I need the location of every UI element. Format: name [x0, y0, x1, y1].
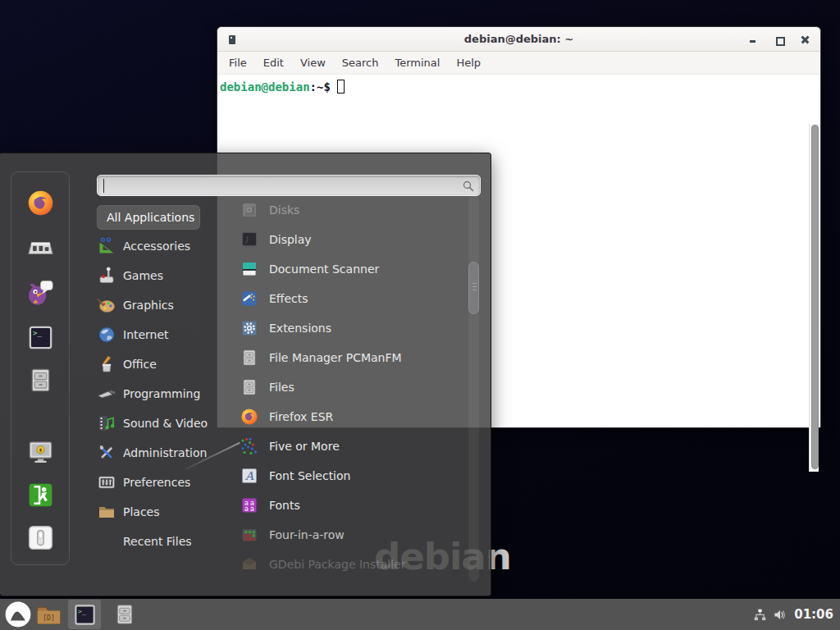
terminal-scrollbar[interactable]: [809, 124, 819, 472]
app-effects[interactable]: Effects: [240, 285, 456, 313]
app-gdebi-package-installer[interactable]: GDebi Package Installer: [240, 550, 456, 578]
search-input[interactable]: [97, 175, 481, 196]
category-places[interactable]: Places: [97, 498, 228, 526]
preferences-icon: [97, 472, 116, 492]
app-extensions[interactable]: Extensions: [240, 314, 456, 342]
svg-text:a: a: [250, 505, 254, 513]
firefox-icon[interactable]: [23, 185, 57, 220]
svg-text:a: a: [244, 505, 249, 513]
category-label: All Applications: [107, 211, 194, 224]
category-accessories[interactable]: Accessories: [97, 232, 228, 260]
maximize-icon[interactable]: [774, 34, 784, 45]
category-preferences[interactable]: Preferences: [97, 468, 228, 496]
app-font-selection[interactable]: A Font Selection: [240, 462, 456, 490]
app-firefox-esr[interactable]: Firefox ESR: [240, 403, 456, 431]
terminal-launcher-icon[interactable]: >_: [23, 320, 57, 354]
clock[interactable]: 01:06: [794, 607, 836, 622]
menu-search[interactable]: Search: [334, 52, 387, 74]
app-label: Files: [269, 381, 294, 394]
menu-terminal[interactable]: Terminal: [386, 52, 448, 74]
terminal-scrollbar-thumb[interactable]: [811, 125, 819, 469]
category-label: Administration: [123, 446, 207, 459]
app-label: Display: [269, 233, 312, 246]
app-four-in-a-row[interactable]: Four-in-a-row: [240, 521, 456, 549]
category-label: Office: [123, 358, 157, 371]
category-administration[interactable]: Administration: [97, 439, 228, 467]
audio-mixer-icon[interactable]: [23, 230, 57, 264]
app-list-scrollbar[interactable]: [468, 196, 479, 582]
app-label: Fonts: [269, 499, 300, 512]
app-disks[interactable]: Disks: [240, 196, 456, 224]
minimize-icon[interactable]: [747, 34, 758, 45]
menu-file[interactable]: File: [221, 52, 255, 74]
window-title: debian@debian: ~: [217, 27, 820, 52]
terminal-menubar: File Edit View Search Terminal Help: [217, 52, 820, 75]
app-label: Firefox ESR: [269, 410, 333, 423]
application-menu: >_ All Applications: [0, 153, 491, 596]
app-files[interactable]: Files: [240, 373, 456, 401]
category-label: Preferences: [123, 476, 190, 489]
app-file-manager-pcmanfm[interactable]: File Manager PCManFM: [240, 344, 456, 372]
network-icon[interactable]: [753, 608, 767, 622]
category-office[interactable]: Office: [97, 350, 228, 378]
favorites-sidebar: >_: [11, 171, 70, 565]
app-display[interactable]: Display: [240, 226, 456, 253]
menu-help[interactable]: Help: [448, 52, 489, 74]
category-sound-video[interactable]: Sound & Video: [97, 409, 228, 437]
category-label: Internet: [123, 328, 169, 341]
svg-text:A: A: [244, 469, 254, 482]
category-all-applications[interactable]: All Applications: [97, 205, 200, 230]
accessories-icon: [97, 236, 116, 256]
app-fonts[interactable]: aaaa Fonts: [240, 491, 456, 519]
file-cabinet-icon: [240, 348, 259, 368]
folder-icon: [D]: [35, 603, 62, 627]
document-scanner-icon: [240, 259, 259, 279]
distro-logo-icon: [4, 600, 32, 628]
prompt-suffix: :~$: [310, 80, 331, 94]
system-tray: 01:06: [753, 599, 836, 630]
volume-icon[interactable]: [773, 607, 788, 623]
terminal-app-icon: [229, 35, 235, 44]
shut-down-icon[interactable]: [23, 520, 57, 555]
pidgin-icon[interactable]: [23, 274, 57, 308]
category-recent-files[interactable]: Recent Files: [97, 527, 228, 555]
gdebi-icon: [240, 555, 259, 574]
app-label: Four-in-a-row: [269, 528, 345, 541]
app-list-scrollbar-thumb[interactable]: [468, 262, 479, 314]
category-label: Games: [123, 269, 163, 282]
category-games[interactable]: Games: [97, 262, 228, 290]
text-caret: [103, 179, 104, 193]
category-label: Recent Files: [123, 535, 192, 548]
menu-edit[interactable]: Edit: [255, 52, 292, 74]
terminal-task-button[interactable]: >_: [68, 600, 101, 629]
taskbar: [D] >_ 01:06: [0, 599, 840, 630]
window-controls: [747, 27, 810, 52]
category-label: Sound & Video: [123, 417, 208, 430]
start-menu-button[interactable]: [2, 600, 34, 629]
file-manager-launcher[interactable]: [D]: [33, 600, 64, 629]
app-five-or-more[interactable]: Five or More: [240, 432, 456, 460]
administration-icon: [97, 443, 116, 463]
category-programming[interactable]: Programming: [97, 380, 228, 408]
disks-icon: [240, 200, 259, 220]
category-graphics[interactable]: Graphics: [97, 291, 228, 319]
programming-icon: [97, 384, 116, 404]
five-or-more-icon: [240, 436, 259, 456]
font-selection-icon: A: [240, 466, 259, 486]
category-internet[interactable]: Internet: [97, 321, 228, 349]
files-launcher[interactable]: [109, 600, 140, 629]
category-label: Accessories: [123, 240, 190, 253]
file-cabinet-icon: [240, 377, 259, 397]
close-icon[interactable]: [800, 34, 810, 45]
lock-screen-icon[interactable]: [23, 435, 57, 469]
file-cabinet-icon[interactable]: [23, 363, 57, 397]
fonts-icon: aaaa: [240, 495, 259, 515]
terminal-titlebar[interactable]: debian@debian: ~: [217, 27, 820, 52]
firefox-icon: [240, 407, 259, 427]
log-out-icon[interactable]: [23, 477, 57, 512]
four-in-a-row-icon: [240, 525, 259, 545]
svg-text:_: _: [81, 607, 85, 614]
app-document-scanner[interactable]: Document Scanner: [240, 255, 456, 283]
menu-view[interactable]: View: [292, 52, 334, 74]
graphics-icon: [97, 295, 116, 315]
